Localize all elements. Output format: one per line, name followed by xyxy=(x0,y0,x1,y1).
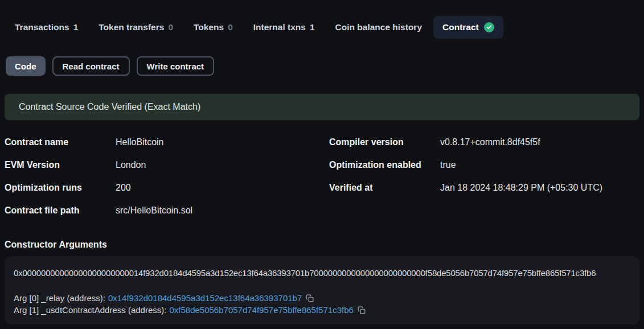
contract-file-path-value: src/HelloBitcoin.sol xyxy=(116,204,329,217)
arg-label: Arg [0] _relay (address): xyxy=(14,293,105,303)
constructor-args-list: Arg [0] _relay (address):0x14f932d0184d4… xyxy=(14,292,630,316)
info-label: Contract name xyxy=(5,135,116,149)
tab-coin-balance-history[interactable]: Coin balance history xyxy=(335,22,422,32)
copy-icon[interactable] xyxy=(358,306,366,314)
arg-row: Arg [0] _relay (address):0x14f932d0184d4… xyxy=(14,292,630,304)
tab-label: Tokens xyxy=(194,22,224,32)
info-label: Verified at xyxy=(329,181,440,195)
tab-contract[interactable]: Contract xyxy=(433,16,503,39)
constructor-arguments-heading: Constructor Arguments xyxy=(5,240,639,250)
code-tab-button[interactable]: Code xyxy=(6,56,46,76)
copy-icon[interactable] xyxy=(306,294,314,302)
info-label: Optimization enabled xyxy=(329,158,440,172)
tab-token-transfers[interactable]: Token transfers 0 xyxy=(99,22,173,32)
constructor-args-raw-hex: 0x00000000000000000000000014f932d0184d45… xyxy=(14,268,630,278)
info-label: Compiler version xyxy=(329,135,440,149)
tab-label: Internal txns xyxy=(253,22,306,32)
tab-count: 0 xyxy=(228,22,233,32)
tab-label: Contract xyxy=(442,22,479,32)
optimization-runs-value: 200 xyxy=(116,181,329,195)
write-contract-button[interactable]: Write contract xyxy=(137,56,215,76)
verified-banner-text: Contract Source Code Verified (Exact Mat… xyxy=(19,102,200,112)
contract-subtabs: Code Read contract Write contract xyxy=(6,56,644,76)
tab-label: Transactions xyxy=(15,22,69,32)
contract-name-value: HelloBitcoin xyxy=(116,135,329,149)
tab-count: 1 xyxy=(310,22,315,32)
evm-version-value: London xyxy=(116,158,329,172)
arg-label: Arg [1] _usdtContractAddress (address): xyxy=(14,305,166,315)
arg-address-link[interactable]: 0x14f932d0184d4595a3d152ec13f64a36393701… xyxy=(108,293,302,303)
tab-internal-txns[interactable]: Internal txns 1 xyxy=(253,22,315,32)
info-label: Contract file path xyxy=(5,204,116,217)
constructor-arguments-panel: 0x00000000000000000000000014f932d0184d45… xyxy=(5,256,639,324)
verified-banner: Contract Source Code Verified (Exact Mat… xyxy=(5,94,639,120)
optimization-enabled-value: true xyxy=(440,158,639,172)
read-contract-button[interactable]: Read contract xyxy=(52,56,130,76)
arg-row: Arg [1] _usdtContractAddress (address):0… xyxy=(14,304,630,316)
tab-count: 0 xyxy=(168,22,173,32)
contract-tab-bar: Transactions 1 Token transfers 0 Tokens … xyxy=(15,16,644,39)
tab-label: Coin balance history xyxy=(335,22,422,32)
arg-address-link[interactable]: 0xf58de5056b7057d74f957e75bffe865f571c3f… xyxy=(169,305,353,315)
info-label: Optimization runs xyxy=(5,181,116,195)
tab-count: 1 xyxy=(73,22,79,32)
compiler-version-value: v0.8.17+commit.8df45f5f xyxy=(440,135,639,149)
tab-tokens[interactable]: Tokens 0 xyxy=(194,22,233,32)
contract-info-grid: Contract name HelloBitcoin Compiler vers… xyxy=(5,135,639,217)
tab-transactions[interactable]: Transactions 1 xyxy=(15,22,78,32)
verified-at-value: Jan 18 2024 18:48:29 PM (+05:30 UTC) xyxy=(440,181,639,195)
tab-label: Token transfers xyxy=(99,22,164,32)
verified-check-icon xyxy=(484,22,494,32)
info-label: EVM Version xyxy=(5,158,116,172)
